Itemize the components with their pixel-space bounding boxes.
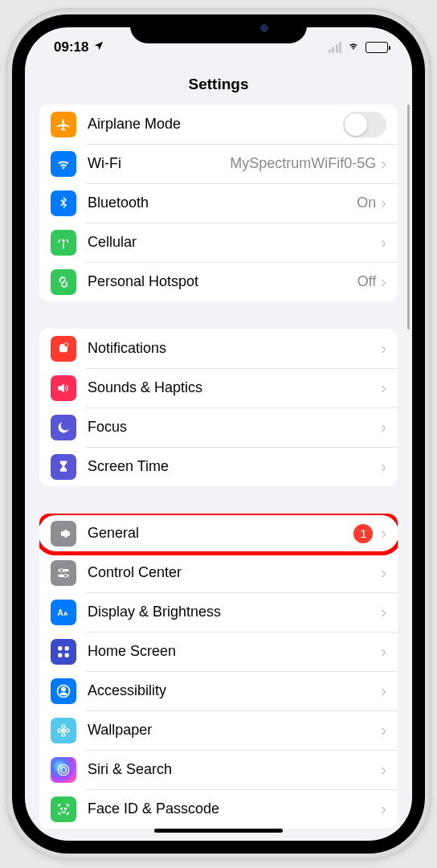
settings-row-wifi[interactable]: Wi-FiMySpectrumWiFif0-5G› — [39, 144, 398, 183]
chevron-right-icon: › — [381, 682, 386, 700]
page-title: Settings — [25, 68, 412, 104]
svg-point-5 — [63, 574, 67, 577]
svg-point-17 — [58, 728, 61, 731]
chevron-right-icon: › — [381, 233, 386, 252]
airplane-icon — [51, 112, 76, 137]
screentime-icon — [51, 454, 76, 480]
screen: 09:18 Settings Airplane ModeWi-FiMySpect… — [25, 27, 412, 841]
settings-row-homescreen[interactable]: Home Screen› — [39, 632, 398, 671]
cellular-icon — [51, 230, 76, 256]
chevron-right-icon: › — [381, 272, 386, 291]
settings-row-general[interactable]: General1› — [39, 514, 398, 553]
svg-point-22 — [65, 808, 67, 809]
wifi-icon — [51, 151, 76, 177]
settings-row-faceid[interactable]: Face ID & Passcode› — [39, 789, 398, 829]
row-label: Control Center — [88, 564, 381, 581]
row-value: On — [357, 194, 376, 211]
faceid-icon — [51, 796, 76, 822]
phone-frame: 09:18 Settings Airplane ModeWi-FiMySpect… — [6, 8, 431, 860]
battery-icon — [366, 42, 388, 53]
chevron-right-icon: › — [381, 418, 386, 436]
row-label: General — [88, 525, 353, 542]
row-label: Notifications — [88, 340, 381, 357]
settings-row-airplane[interactable]: Airplane Mode — [39, 104, 398, 144]
home-indicator[interactable] — [154, 829, 283, 833]
airplane-toggle[interactable] — [343, 112, 386, 137]
hotspot-icon — [51, 269, 76, 295]
svg-point-4 — [59, 568, 63, 571]
svg-text:A: A — [63, 610, 68, 617]
notifications-icon — [51, 336, 76, 362]
row-label: Home Screen — [88, 643, 381, 660]
row-label: Focus — [88, 419, 381, 436]
chevron-right-icon: › — [381, 563, 386, 582]
svg-text:A: A — [58, 608, 63, 617]
settings-row-sounds[interactable]: Sounds & Haptics› — [39, 368, 398, 407]
homescreen-icon — [51, 639, 76, 665]
settings-row-screentime[interactable]: Screen Time› — [39, 447, 398, 486]
cellular-signal-icon — [329, 42, 342, 53]
phone-bezel: 09:18 Settings Airplane ModeWi-FiMySpect… — [12, 14, 425, 854]
scroll-indicator — [407, 104, 410, 330]
svg-point-21 — [61, 808, 63, 809]
svg-rect-9 — [65, 646, 69, 650]
settings-row-hotspot[interactable]: Personal HotspotOff› — [39, 262, 398, 301]
settings-row-focus[interactable]: Focus› — [39, 407, 398, 447]
row-label: Display & Brightness — [88, 604, 381, 620]
svg-point-18 — [66, 728, 69, 731]
settings-row-accessibility[interactable]: Accessibility› — [39, 671, 398, 710]
settings-section: General1›Control Center›AADisplay & Brig… — [39, 514, 398, 829]
status-time: 09:18 — [54, 39, 88, 55]
status-left: 09:18 — [54, 39, 104, 55]
chevron-right-icon: › — [381, 339, 386, 358]
row-label: Accessibility — [88, 682, 381, 699]
chevron-right-icon: › — [381, 642, 386, 661]
svg-rect-10 — [58, 653, 62, 657]
chevron-right-icon: › — [381, 154, 386, 173]
settings-row-bluetooth[interactable]: BluetoothOn› — [39, 183, 398, 223]
chevron-right-icon: › — [381, 800, 386, 818]
sounds-icon — [51, 375, 76, 401]
row-label: Face ID & Passcode — [88, 800, 381, 817]
row-label: Cellular — [88, 234, 381, 251]
settings-section: Notifications›Sounds & Haptics›Focus›Scr… — [39, 329, 398, 486]
svg-point-1 — [64, 342, 68, 346]
settings-row-controlcenter[interactable]: Control Center› — [39, 553, 398, 592]
wifi-status-icon — [346, 39, 361, 55]
controlcenter-icon — [51, 560, 76, 586]
wallpaper-icon — [51, 718, 76, 743]
status-right — [329, 39, 389, 55]
general-icon — [51, 521, 76, 547]
row-label: Wallpaper — [88, 722, 381, 739]
row-label: Siri & Search — [88, 761, 381, 778]
row-label: Bluetooth — [88, 194, 357, 211]
svg-point-13 — [62, 687, 65, 690]
row-value: Off — [357, 273, 377, 290]
settings-row-siri[interactable]: Siri & Search› — [39, 750, 398, 789]
settings-row-display[interactable]: AADisplay & Brightness› — [39, 592, 398, 632]
svg-point-19 — [58, 764, 68, 775]
settings-row-notifications[interactable]: Notifications› — [39, 329, 398, 368]
settings-row-cellular[interactable]: Cellular› — [39, 223, 398, 262]
chevron-right-icon: › — [381, 379, 386, 397]
svg-point-16 — [62, 732, 65, 735]
settings-content[interactable]: Airplane ModeWi-FiMySpectrumWiFif0-5G›Bl… — [25, 104, 412, 831]
row-label: Personal Hotspot — [88, 273, 357, 290]
chevron-right-icon: › — [381, 524, 386, 542]
row-label: Screen Time — [88, 458, 381, 475]
settings-row-wallpaper[interactable]: Wallpaper› — [39, 710, 398, 750]
row-label: Airplane Mode — [88, 116, 343, 133]
settings-section: Airplane ModeWi-FiMySpectrumWiFif0-5G›Bl… — [39, 104, 398, 301]
notification-badge: 1 — [353, 524, 373, 543]
row-label: Sounds & Haptics — [88, 379, 381, 396]
svg-point-14 — [62, 729, 64, 731]
row-value: MySpectrumWiFif0-5G — [230, 155, 376, 172]
location-icon — [93, 39, 104, 55]
svg-rect-11 — [65, 653, 69, 657]
svg-rect-8 — [58, 646, 62, 650]
focus-icon — [51, 415, 76, 440]
chevron-right-icon: › — [381, 457, 386, 476]
chevron-right-icon: › — [381, 760, 386, 779]
chevron-right-icon: › — [381, 721, 386, 739]
accessibility-icon — [51, 678, 76, 704]
